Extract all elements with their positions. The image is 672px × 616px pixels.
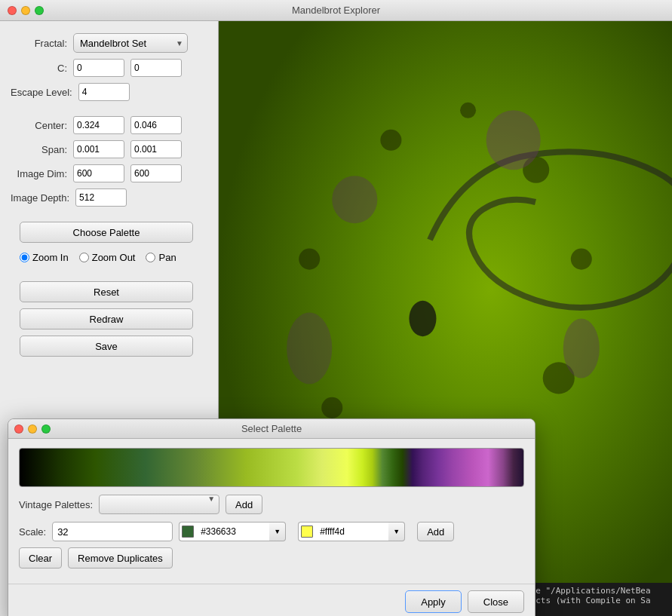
zoom-in-label: Zoom In <box>32 252 69 263</box>
color1-group: ▼ <box>179 522 286 541</box>
svg-point-6 <box>571 249 592 270</box>
palette-max-traffic-button[interactable] <box>41 424 51 434</box>
span-y-input[interactable] <box>130 140 182 158</box>
escape-row: Escape Level: <box>11 83 207 101</box>
terminal-line-2: jects (with Compile on Sa <box>526 596 667 605</box>
terminal-line-1: ome "/Applications/NetBea <box>526 586 667 596</box>
app-title: Mandelbrot Explorer <box>292 5 380 16</box>
palette-titlebar-buttons <box>14 424 51 434</box>
image-depth-label: Image Depth: <box>11 192 69 204</box>
svg-point-14 <box>563 319 600 378</box>
center-y-input[interactable] <box>130 116 182 134</box>
vintage-select[interactable] <box>99 495 219 514</box>
pan-radio[interactable] <box>146 253 155 262</box>
palette-titlebar: Select Palette <box>8 419 535 439</box>
escape-label: Escape Level: <box>11 87 72 98</box>
scale-label: Scale: <box>19 526 46 538</box>
apply-button[interactable]: Apply <box>405 590 462 613</box>
vintage-select-wrapper: ▼ <box>99 495 219 514</box>
choose-palette-button[interactable]: Choose Palette <box>20 222 193 243</box>
image-dim-row: Image Dim: <box>11 164 207 182</box>
image-depth-input[interactable] <box>75 188 127 207</box>
fractal-select[interactable]: Mandelbrot Set Julia Set Burning Ship <box>73 33 188 53</box>
vintage-add-button[interactable]: Add <box>226 495 262 514</box>
close-button[interactable] <box>8 6 17 15</box>
clear-button[interactable]: Clear <box>19 547 62 568</box>
palette-close-traffic-button[interactable] <box>14 424 23 434</box>
minimize-button[interactable] <box>21 6 30 15</box>
main-titlebar: Mandelbrot Explorer <box>0 0 672 21</box>
svg-point-3 <box>380 130 401 151</box>
zoom-out-radio[interactable] <box>79 253 89 262</box>
pan-label: Pan <box>158 252 176 263</box>
palette-dialog: Select Palette Vintage Palettes: ▼ Add S… <box>8 418 535 616</box>
c-label: C: <box>11 63 67 74</box>
palette-min-traffic-button[interactable] <box>28 424 37 434</box>
escape-input[interactable] <box>78 83 130 101</box>
color1-dropdown-button[interactable]: ▼ <box>269 522 286 541</box>
c-row: C: <box>11 59 207 77</box>
svg-point-2 <box>409 301 436 336</box>
palette-body: Vintage Palettes: ▼ Add Scale: ▼ <box>8 439 535 584</box>
image-dim-label: Image Dim: <box>11 168 67 179</box>
terminal-strip: ome "/Applications/NetBea jects (with Co… <box>521 583 672 616</box>
pan-radio-label[interactable]: Pan <box>146 252 176 263</box>
c-y-input[interactable] <box>130 59 182 77</box>
image-dim-y-input[interactable] <box>130 164 182 182</box>
svg-point-13 <box>486 110 541 170</box>
zoom-in-radio[interactable] <box>20 253 29 262</box>
scale-row: Scale: ▼ ▼ Add <box>19 522 524 541</box>
zoom-out-label: Zoom Out <box>92 252 136 263</box>
save-button[interactable]: Save <box>20 336 193 357</box>
zoom-in-radio-label[interactable]: Zoom In <box>20 252 69 263</box>
center-row: Center: <box>11 116 207 134</box>
gradient-bar <box>19 448 524 487</box>
reset-button[interactable]: Reset <box>20 281 193 302</box>
titlebar-buttons <box>8 6 44 15</box>
vintage-label: Vintage Palettes: <box>19 499 93 510</box>
maximize-button[interactable] <box>35 6 44 15</box>
svg-point-11 <box>299 249 320 270</box>
close-dialog-button[interactable]: Close <box>468 590 524 613</box>
svg-point-4 <box>460 103 476 118</box>
span-label: Span: <box>11 144 67 155</box>
svg-point-16 <box>287 313 332 385</box>
c-x-input[interactable] <box>73 59 124 77</box>
vintage-row: Vintage Palettes: ▼ Add <box>19 495 524 514</box>
image-depth-row: Image Depth: <box>11 188 207 207</box>
scale-input[interactable] <box>52 522 173 541</box>
svg-point-12 <box>332 176 377 223</box>
zoom-out-radio-label[interactable]: Zoom Out <box>79 252 136 263</box>
color2-dropdown-button[interactable]: ▼ <box>388 522 405 541</box>
svg-point-10 <box>321 397 342 418</box>
color2-swatch <box>301 526 313 538</box>
dialog-footer: Apply Close <box>8 584 535 616</box>
palette-dialog-title: Select Palette <box>241 423 302 434</box>
color2-group: ▼ <box>298 522 405 541</box>
fractal-label: Fractal: <box>11 38 67 49</box>
span-x-input[interactable] <box>73 140 124 158</box>
zoom-mode-group: Zoom In Zoom Out Pan <box>20 252 207 263</box>
redraw-button[interactable]: Redraw <box>20 308 193 329</box>
center-label: Center: <box>11 120 67 131</box>
action-row: Clear Remove Duplicates <box>19 547 524 568</box>
span-row: Span: <box>11 140 207 158</box>
color-add-button[interactable]: Add <box>417 522 454 541</box>
fractal-select-wrapper: Mandelbrot Set Julia Set Burning Ship ▼ <box>73 33 188 53</box>
remove-duplicates-button[interactable]: Remove Duplicates <box>68 547 173 568</box>
color1-swatch <box>182 526 194 538</box>
center-x-input[interactable] <box>73 116 124 134</box>
image-dim-x-input[interactable] <box>73 164 124 182</box>
fractal-row: Fractal: Mandelbrot Set Julia Set Burnin… <box>11 33 207 53</box>
